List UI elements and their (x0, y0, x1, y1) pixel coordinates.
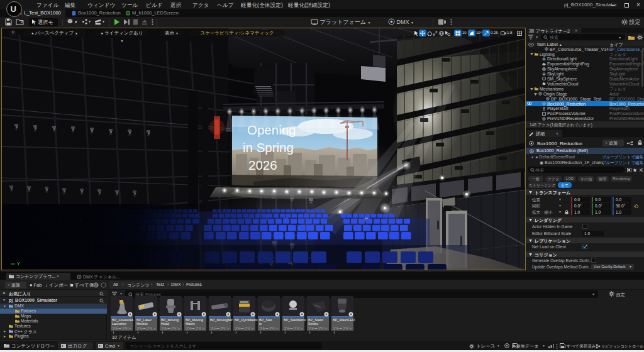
svg-text:in Spring: in Spring (243, 140, 294, 155)
svg-text:2026: 2026 (248, 158, 277, 172)
svg-text:Y: Y (17, 261, 20, 266)
